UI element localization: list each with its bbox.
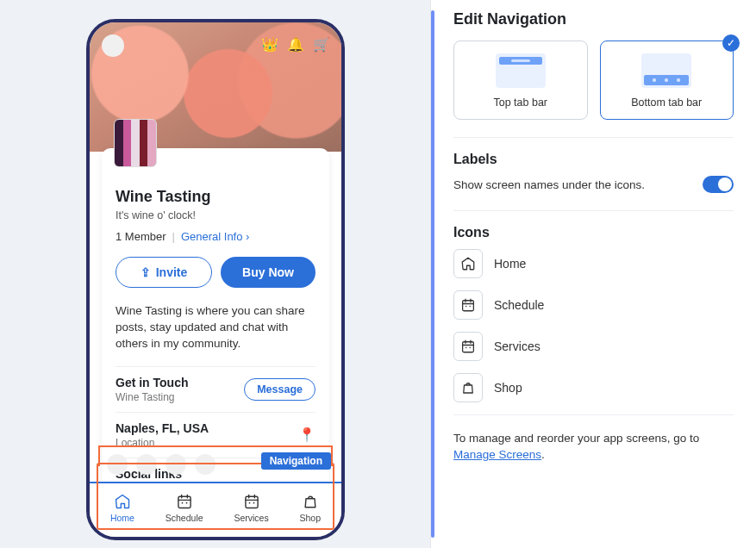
contact-sub: Wine Tasting: [116, 391, 189, 403]
icon-row-label: Shop: [494, 381, 522, 395]
invite-button[interactable]: ⇪ Invite: [116, 257, 212, 288]
home-icon: [114, 493, 131, 510]
contact-block: Get in Touch Wine Tasting Message: [116, 366, 316, 412]
social-link-icon[interactable]: [107, 454, 128, 475]
nav-item-label: Schedule: [166, 513, 203, 523]
icons-section-title: Icons: [453, 225, 734, 240]
edit-navigation-panel: Edit Navigation Top tab bar Bottom tab b…: [434, 0, 756, 548]
vip-icon[interactable]: 👑: [262, 36, 278, 52]
bottom-tab-preview-icon: [641, 53, 691, 88]
cart-icon[interactable]: 🛒: [314, 36, 329, 52]
labels-toggle[interactable]: [703, 176, 734, 193]
location-block: Naples, FL, USA Location 📍: [116, 412, 316, 458]
icon-picker-services[interactable]: [453, 332, 483, 361]
panel-title: Edit Navigation: [453, 10, 734, 28]
icon-row-label: Schedule: [494, 298, 544, 312]
group-title: Wine Tasting: [116, 188, 316, 206]
home-icon: [460, 256, 476, 271]
phone-preview: 👑 🔔 🛒 Wine Tasting It's wine o' clock! 1…: [86, 19, 345, 540]
tagline: It's wine o' clock!: [116, 209, 316, 221]
labels-toggle-text: Show screen names under the icons.: [453, 178, 645, 191]
nav-item-label: Home: [110, 513, 134, 523]
icon-picker-shop[interactable]: [453, 373, 483, 402]
calendar-icon: [460, 339, 476, 354]
avatar[interactable]: [102, 34, 124, 57]
calendar-icon: [243, 493, 260, 510]
nav-item-schedule[interactable]: Schedule: [166, 493, 203, 523]
option-bottom-tab-bar[interactable]: Bottom tab bar: [600, 40, 734, 120]
bell-icon[interactable]: 🔔: [288, 36, 303, 52]
icon-row-services: Services: [453, 332, 734, 361]
buy-now-button[interactable]: Buy Now: [221, 257, 316, 288]
bottom-nav: Home Schedule Services Shop: [90, 482, 341, 537]
nav-item-shop[interactable]: Shop: [300, 493, 322, 523]
message-button[interactable]: Message: [244, 378, 316, 401]
location-heading: Naples, FL, USA: [116, 421, 209, 435]
nav-item-label: Shop: [300, 513, 322, 523]
social-links: [107, 454, 216, 475]
calendar-icon: [176, 493, 193, 510]
nav-item-home[interactable]: Home: [110, 493, 134, 523]
footer-note: To manage and reorder your app screens, …: [453, 431, 734, 464]
nav-item-services[interactable]: Services: [234, 493, 268, 523]
location-sub: Location: [116, 437, 209, 449]
contact-heading: Get in Touch: [116, 376, 189, 389]
option-label: Bottom tab bar: [631, 97, 702, 109]
bag-icon: [302, 493, 319, 510]
pin-icon[interactable]: 📍: [298, 427, 316, 443]
top-tab-preview-icon: [496, 53, 546, 88]
calendar-icon: [460, 297, 476, 313]
icon-picker-schedule[interactable]: [453, 290, 483, 320]
social-link-icon[interactable]: [195, 454, 216, 475]
labels-section-title: Labels: [453, 152, 734, 167]
icon-row-home: Home: [453, 249, 734, 278]
group-description: Wine Tasting is where you can share post…: [116, 303, 316, 352]
icon-row-schedule: Schedule: [453, 290, 734, 320]
bag-icon: [460, 380, 476, 395]
content-card: Wine Tasting It's wine o' clock! 1 Membe…: [102, 148, 329, 493]
option-label: Top tab bar: [493, 97, 547, 109]
group-thumbnail: [114, 119, 157, 167]
member-row: 1 Member | General Info ›: [116, 230, 316, 243]
icon-row-shop: Shop: [453, 373, 734, 402]
general-info-link[interactable]: General Info ›: [181, 230, 250, 243]
navigation-badge: Navigation: [261, 452, 331, 470]
manage-screens-link[interactable]: Manage Screens: [453, 448, 541, 461]
icon-row-label: Services: [494, 339, 540, 353]
share-icon: ⇪: [141, 265, 151, 279]
icon-picker-home[interactable]: [453, 249, 483, 278]
member-count: 1 Member: [116, 230, 166, 243]
icon-row-label: Home: [494, 257, 526, 271]
nav-item-label: Services: [234, 513, 268, 523]
social-link-icon[interactable]: [166, 454, 186, 475]
social-link-icon[interactable]: [136, 454, 157, 475]
option-top-tab-bar[interactable]: Top tab bar: [453, 40, 588, 120]
